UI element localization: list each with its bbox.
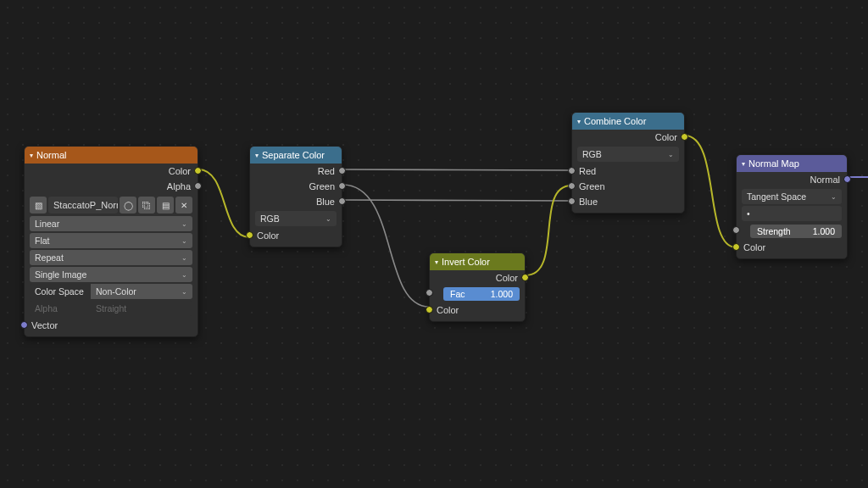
socket-out-color[interactable] (194, 167, 202, 175)
chevron-down-icon: ⌄ (181, 254, 187, 262)
node-header[interactable]: ▾ Combine Color (572, 113, 684, 130)
input-strength[interactable]: Strength 1.000 (737, 223, 847, 240)
output-red[interactable]: Red (250, 164, 342, 179)
socket-in-blue[interactable] (568, 197, 576, 205)
space-dropdown[interactable]: Tangent Space⌄ (742, 189, 842, 204)
node-image-texture[interactable]: ▾ Normal Color Alpha ▧ StaccatoP_Norm...… (24, 146, 198, 337)
new-image-icon[interactable]: ⿻ (138, 197, 155, 214)
socket-out-color[interactable] (681, 133, 688, 141)
input-blue[interactable]: Blue (572, 194, 684, 209)
node-title: Combine Color (584, 116, 646, 126)
socket-in-vector[interactable] (20, 321, 28, 329)
node-title: Separate Color (262, 150, 325, 160)
output-normal[interactable]: Normal (737, 172, 847, 187)
node-separate-color[interactable]: ▾ Separate Color Red Green Blue RGB⌄ Col… (249, 146, 342, 247)
node-header[interactable]: ▾ Normal Map (737, 155, 847, 172)
image-icon[interactable]: ▧ (30, 197, 47, 214)
chevron-down-icon: ⌄ (326, 215, 331, 223)
output-color[interactable]: Color (430, 270, 525, 286)
node-header[interactable]: ▾ Normal (25, 147, 198, 164)
node-title: Normal Map (748, 158, 799, 169)
chevron-down-icon: ▾ (742, 160, 745, 168)
input-fac[interactable]: Fac 1.000 (430, 286, 525, 302)
chevron-down-icon: ▾ (30, 152, 33, 159)
input-color[interactable]: Color (737, 240, 847, 255)
projection-dropdown[interactable]: Flat⌄ (30, 233, 192, 248)
node-header[interactable]: ▾ Separate Color (250, 147, 342, 164)
node-title: Normal (36, 150, 66, 160)
output-color[interactable]: Color (25, 164, 198, 179)
output-color[interactable]: Color (572, 130, 684, 145)
image-name-field[interactable]: StaccatoP_Norm... (48, 197, 118, 214)
socket-in-green[interactable] (568, 182, 576, 190)
mode-dropdown[interactable]: RGB⌄ (255, 211, 337, 226)
alpha-mode-row: Alpha Straight (30, 301, 192, 316)
socket-in-red[interactable] (568, 167, 576, 175)
fake-user-icon[interactable]: ◯ (120, 197, 136, 214)
socket-out-red[interactable] (338, 167, 346, 175)
socket-out-blue[interactable] (338, 197, 346, 205)
chevron-down-icon: ⌄ (181, 271, 187, 279)
input-color[interactable]: Color (250, 228, 342, 243)
chevron-down-icon: ⌄ (831, 193, 837, 201)
node-title: Invert Color (442, 257, 490, 267)
output-alpha[interactable]: Alpha (25, 179, 198, 194)
chevron-down-icon: ⌄ (181, 237, 187, 245)
node-normal-map[interactable]: ▾ Normal Map Normal Tangent Space⌄ • Str… (736, 154, 848, 259)
input-red[interactable]: Red (572, 164, 684, 179)
chevron-down-icon: ▾ (577, 118, 581, 125)
alpha-mode-dropdown: Straight (91, 301, 192, 316)
strength-slider[interactable]: Strength 1.000 (750, 225, 842, 238)
socket-out-alpha[interactable] (194, 182, 202, 190)
source-dropdown[interactable]: Single Image⌄ (30, 267, 192, 282)
node-invert-color[interactable]: ▾ Invert Color Color Fac 1.000 Color (429, 252, 526, 322)
color-space-row: Color Space Non-Color⌄ (30, 284, 192, 299)
unlink-icon[interactable]: ✕ (175, 197, 192, 214)
chevron-down-icon: ▾ (255, 152, 259, 159)
chevron-down-icon: ⌄ (181, 220, 187, 228)
socket-out-color[interactable] (521, 274, 529, 281)
socket-in-strength[interactable] (732, 226, 740, 234)
node-combine-color[interactable]: ▾ Combine Color Color RGB⌄ Red Green Blu… (571, 112, 685, 214)
input-green[interactable]: Green (572, 179, 684, 194)
socket-out-green[interactable] (338, 182, 346, 190)
socket-out-normal[interactable] (843, 175, 851, 183)
extension-dropdown[interactable]: Repeat⌄ (30, 250, 192, 265)
image-datablock-row: ▧ StaccatoP_Norm... ◯ ⿻ ▤ ✕ (30, 197, 192, 214)
color-space-dropdown[interactable]: Non-Color⌄ (91, 284, 192, 299)
output-green[interactable]: Green (250, 179, 342, 194)
input-vector[interactable]: Vector (25, 318, 198, 333)
socket-in-color[interactable] (732, 243, 740, 251)
chevron-down-icon: ▾ (435, 258, 438, 266)
chevron-down-icon: ⌄ (668, 151, 674, 158)
chevron-down-icon: ⌄ (181, 288, 187, 296)
fac-slider[interactable]: Fac 1.000 (443, 287, 520, 301)
node-header[interactable]: ▾ Invert Color (430, 253, 525, 270)
input-color[interactable]: Color (430, 302, 525, 318)
interpolation-dropdown[interactable]: Linear⌄ (30, 216, 192, 231)
socket-in-color[interactable] (426, 306, 433, 313)
socket-in-color[interactable] (246, 231, 253, 239)
socket-in-fac[interactable] (426, 289, 433, 297)
mode-dropdown[interactable]: RGB⌄ (577, 147, 679, 162)
output-blue[interactable]: Blue (250, 194, 342, 209)
uvmap-field[interactable]: • (742, 206, 842, 221)
open-image-icon[interactable]: ▤ (157, 197, 174, 214)
